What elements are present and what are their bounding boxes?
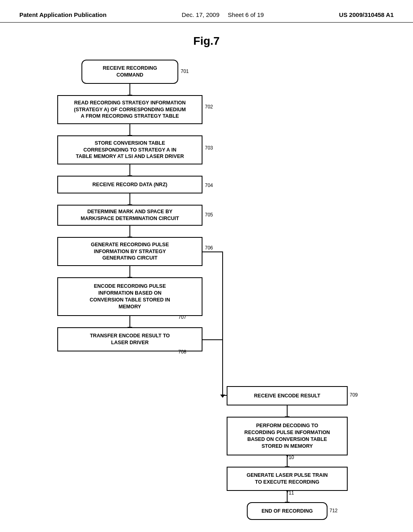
step-702-text: READ RECORDING STRATEGY INFORMATION (STR… bbox=[74, 100, 186, 120]
line-708-right bbox=[202, 339, 223, 340]
arrow-711-712 bbox=[287, 491, 288, 502]
step-709-label: 709 bbox=[350, 392, 358, 398]
arrow-709-710 bbox=[287, 405, 288, 417]
step-711: GENERATE LASER PULSE TRAIN TO EXECUTE RE… bbox=[227, 467, 348, 491]
line-706-right bbox=[202, 251, 223, 252]
step-703-text: STORE CONVERSION TABLE CORRESPONDING TO … bbox=[76, 140, 184, 160]
step-707-label: 707 bbox=[178, 314, 186, 320]
arrow-704-705 bbox=[129, 193, 130, 205]
figure-title: Fig.7 bbox=[24, 35, 389, 48]
step-701: RECEIVE RECORDING COMMAND bbox=[81, 60, 178, 84]
arrow-706-707 bbox=[129, 266, 130, 277]
step-712-label: 712 bbox=[330, 508, 338, 513]
sheet-text: Sheet 6 of 19 bbox=[228, 11, 264, 18]
arrow-703-704 bbox=[129, 164, 130, 176]
step-712-text: END OF RECORDING bbox=[261, 508, 313, 515]
step-705: DETERMINE MARK AND SPACE BY MARK/SPACE D… bbox=[57, 205, 202, 226]
step-711-text: GENERATE LASER PULSE TRAIN TO EXECUTE RE… bbox=[246, 472, 327, 486]
arrow-710-711 bbox=[287, 455, 288, 467]
step-708: TRANSFER ENCODE RESULT TO LASER DRIVER bbox=[57, 327, 202, 351]
step-702-label: 702 bbox=[205, 104, 213, 110]
patent-number: US 2009/310458 A1 bbox=[339, 11, 394, 18]
patent-number-text: US 2009/310458 A1 bbox=[339, 11, 394, 18]
main-content: Fig.7 RECEIVE RECORDING COMMAND 701 READ… bbox=[0, 23, 413, 511]
step-701-text: RECEIVE RECORDING COMMAND bbox=[103, 65, 157, 79]
step-708-label: 708 bbox=[178, 349, 186, 355]
page-header: Patent Application Publication Dec. 17, … bbox=[0, 0, 413, 23]
step-704-text: RECEIVE RECORD DATA (NRZ) bbox=[92, 181, 167, 188]
step-710: PERFORM DECODING TO RECORDING PULSE INFO… bbox=[227, 417, 348, 455]
step-703: STORE CONVERSION TABLE CORRESPONDING TO … bbox=[57, 135, 202, 164]
step-707-text: ENCODE RECORDING PULSE INFORMATION BASED… bbox=[90, 283, 170, 310]
step-709: RECEIVE ENCODE RESULT bbox=[227, 386, 348, 405]
arrow-702-703 bbox=[129, 124, 130, 135]
arrow-707-708 bbox=[129, 316, 130, 327]
arrow-701-702 bbox=[129, 84, 130, 95]
step-707: ENCODE RECORDING PULSE INFORMATION BASED… bbox=[57, 277, 202, 316]
arrow-705-706 bbox=[129, 226, 130, 237]
step-705-label: 705 bbox=[205, 212, 213, 218]
step-705-text: DETERMINE MARK AND SPACE BY MARK/SPACE D… bbox=[81, 208, 179, 222]
flowchart: RECEIVE RECORDING COMMAND 701 READ RECOR… bbox=[33, 60, 380, 495]
step-704: RECEIVE RECORD DATA (NRZ) bbox=[57, 176, 202, 193]
step-706-label: 706 bbox=[205, 245, 213, 251]
step-702: READ RECORDING STRATEGY INFORMATION (STR… bbox=[57, 95, 202, 124]
step-701-label: 701 bbox=[181, 69, 189, 74]
step-709-text: RECEIVE ENCODE RESULT bbox=[254, 393, 320, 399]
step-708-text: TRANSFER ENCODE RESULT TO LASER DRIVER bbox=[90, 332, 170, 346]
step-704-label: 704 bbox=[205, 183, 213, 188]
publication-label: Patent Application Publication bbox=[19, 11, 106, 18]
line-up-to-709 bbox=[222, 339, 223, 396]
step-712: END OF RECORDING bbox=[247, 502, 327, 520]
header-center-info: Dec. 17, 2009 Sheet 6 of 19 bbox=[182, 11, 264, 18]
step-703-label: 703 bbox=[205, 145, 213, 151]
publication-text: Patent Application Publication bbox=[19, 11, 106, 18]
step-706: GENERATE RECORDING PULSE INFORMATION BY … bbox=[57, 237, 202, 266]
step-706-text: GENERATE RECORDING PULSE INFORMATION BY … bbox=[91, 241, 169, 262]
step-710-text: PERFORM DECODING TO RECORDING PULSE INFO… bbox=[244, 422, 330, 450]
date-text: Dec. 17, 2009 bbox=[182, 11, 219, 18]
